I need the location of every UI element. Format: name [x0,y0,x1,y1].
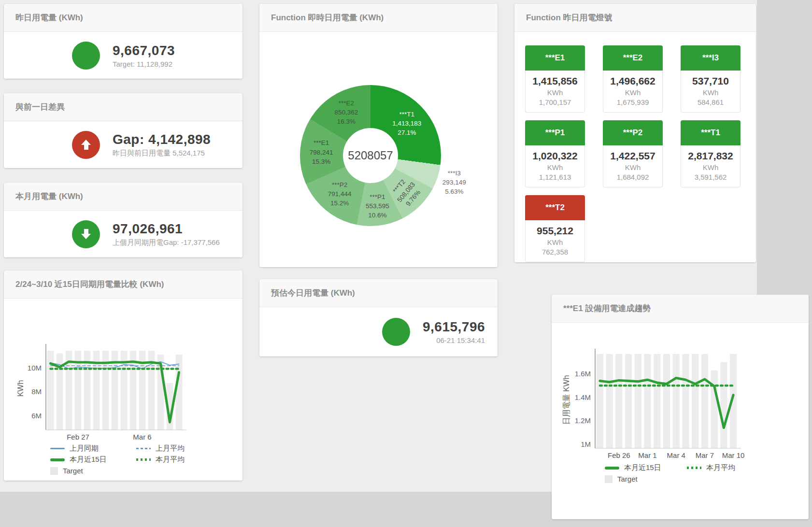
tile-target: 3,591,562 [682,173,739,181]
target-bar[interactable] [644,354,651,448]
tile-name: ***E1 [525,45,585,71]
tile-target: 1,675,939 [604,98,661,106]
legend-swatch [50,458,65,461]
tile-unit: KWh [604,163,661,171]
x-tick-label: Mar 10 [722,451,745,459]
tile-value: 1,020,322 [527,150,584,162]
legend-swatch [605,467,619,470]
donut-slice-label-T1: ***T11,413,18327.1% [392,110,421,137]
tile-unit: KWh [527,88,584,97]
legend-swatch [136,448,151,449]
legend-item-本月近15日[interactable]: 本月近15日 [50,456,136,464]
x-tick-label: Feb 27 [67,433,89,441]
status-circle-icon [72,42,100,70]
target-bar[interactable] [625,354,632,448]
legend-label: 本月近15日 [70,455,107,464]
estimate-value: 9,615,796 [423,319,485,335]
month-value: 97,026,961 [113,221,220,237]
legend-item-上月同期[interactable]: 上月同期 [50,444,136,453]
tile-name: ***T1 [681,120,741,145]
legend-item-本月平均[interactable]: 本月平均 [687,464,735,472]
status-tile-P2: ***P21,422,557KWh1,684,092 [603,120,663,187]
status-tile-E2: ***E21,496,662KWh1,675,939 [603,45,663,113]
x-tick-label: Feb 26 [608,451,630,459]
donut-slice-label-E2: ***E2850,36216.3% [335,99,358,126]
card-title: Function 即時日用電量 (KWh) [271,12,384,23]
card-yesterday-usage: 昨日用電量 (KWh) 9,667,073 Target: 11,128,992 [4,4,242,79]
target-bar[interactable] [701,354,708,448]
tile-target: 584,861 [682,98,739,106]
donut-slice-label-E1: ***E1798,24115.3% [310,139,333,166]
target-bar[interactable] [635,354,641,448]
status-circle-icon [382,318,410,346]
card-e1-trend-chart: ***E1 設備用電達成趨勢 1M1.2M1.4M1.6MFeb 26Mar 1… [552,295,809,519]
target-bar[interactable] [673,354,680,448]
legend-item-Target[interactable]: Target [50,467,136,475]
target-bar[interactable] [615,354,622,448]
gap-value: Gap: 4,142,898 [113,132,211,147]
target-bar[interactable] [654,354,660,448]
card-gap-prev-day: 與前一日差異 Gap: 4,142,898 昨日與前日用電量 5,524,175 [4,93,242,168]
y-tick-label: 1.6M [575,370,591,378]
donut-slice-label-P1: ***P1553,59510.6% [366,192,389,220]
card-title: ***E1 設備用電達成趨勢 [563,303,651,314]
donut-center-total: 5208057 [343,128,398,183]
tile-value: 955,212 [527,225,584,237]
x-tick-label: Mar 7 [696,451,714,459]
card-title: 本月用電量 (KWh) [15,191,83,202]
target-bar[interactable] [720,362,727,448]
tile-unit: KWh [682,88,739,97]
legend-item-上月平均[interactable]: 上月平均 [136,444,185,453]
status-tile-T2: ***T2955,212KWh762,358 [525,195,585,262]
tile-unit: KWh [527,163,584,171]
tile-value: 1,422,557 [604,150,661,162]
legend-swatch [687,467,701,469]
legend-item-本月平均[interactable]: 本月平均 [136,456,185,464]
card-title: 2/24~3/10 近15日同期用電量比較 (KWh) [15,279,164,290]
status-tile-E1: ***E11,415,856KWh1,700,157 [525,45,585,113]
tile-unit: KWh [527,238,584,246]
card-status-tiles: Function 昨日用電燈號 ***E11,415,856KWh1,700,1… [514,4,756,262]
y-tick-label: 6M [31,412,42,420]
legend-label: 上月平均 [156,444,185,453]
yesterday-target: Target: 11,128,992 [113,60,175,68]
tile-value: 1,496,662 [604,75,661,87]
y-tick-label: 1M [581,440,591,448]
target-bar[interactable] [597,354,603,448]
status-tile-grid: ***E11,415,856KWh1,700,157***E21,496,662… [514,32,756,276]
status-tile-I3: ***I3537,710KWh584,861 [681,45,741,113]
y-tick-label: 8M [31,387,42,396]
tile-name: ***P2 [603,120,663,145]
tile-name: ***T2 [525,195,585,220]
y-axis-title: 日用電量 KWh [562,375,570,425]
donut-slice-label-P2: ***P2791,44415.2% [328,180,352,208]
e1-trend-line-chart[interactable]: 1M1.2M1.4M1.6MFeb 26Mar 1Mar 4Mar 7Mar 1… [552,323,809,463]
tile-value: 2,817,832 [682,150,739,162]
x-tick-label: Mar 1 [638,451,656,459]
card-title: 昨日用電量 (KWh) [15,12,83,23]
card-compare15-chart: 2/24~3/10 近15日同期用電量比較 (KWh) 6M8M10MFeb 2… [4,271,242,481]
legend-item-Target[interactable]: Target [605,475,687,483]
target-bar[interactable] [682,354,689,448]
tile-value: 1,415,856 [527,75,584,87]
y-axis-title: KWh [16,380,25,397]
compare15-line-chart[interactable]: 6M8M10MFeb 27Mar 6KWh [4,299,242,443]
tile-target: 762,358 [527,248,584,256]
legend-label: 本月平均 [706,463,735,472]
card-estimate-today: 預估今日用電量 (KWh) 9,615,796 06-21 15:34:41 [259,279,498,356]
card-title: Function 昨日用電燈號 [526,12,612,23]
target-bar[interactable] [606,354,613,448]
target-bar[interactable] [692,354,698,448]
y-tick-label: 10M [28,364,42,372]
legend-item-本月近15日[interactable]: 本月近15日 [605,464,687,472]
target-bar[interactable] [663,354,670,448]
legend-swatch [136,458,151,461]
y-tick-label: 1.4M [575,393,591,401]
target-bar[interactable] [711,370,718,448]
status-tile-T1: ***T12,817,832KWh3,591,562 [681,120,741,187]
card-title: 與前一日差異 [15,101,65,113]
daily-usage-donut-chart[interactable]: 5208057 ***T11,413,18327.1%***I3293,1495… [259,32,498,267]
legend-swatch [605,475,613,483]
card-realtime-donut: Function 即時日用電量 (KWh) 5208057 ***T11,413… [259,4,498,267]
tile-target: 1,121,613 [527,173,584,181]
